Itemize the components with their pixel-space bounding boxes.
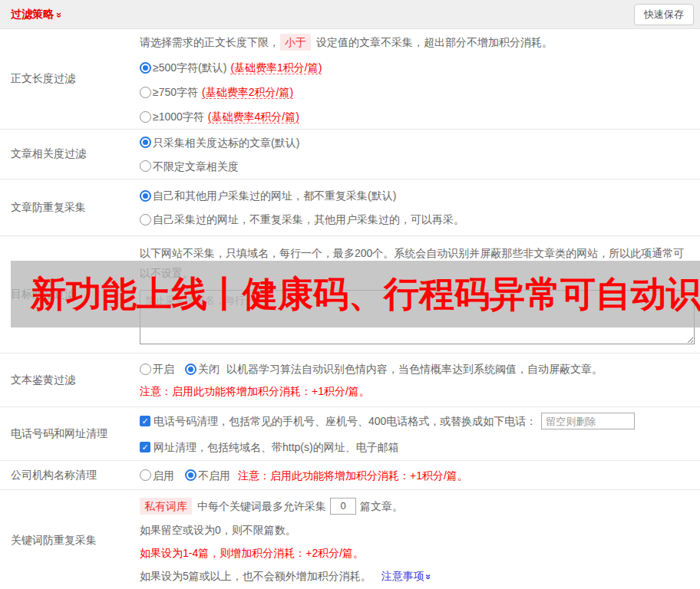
checkmark-icon: ✓ [141, 416, 148, 426]
row-company-clean: 公司机构名称清理 启用 不启用 注意：启用此功能将增加积分消耗：+1积分/篇。 [0, 461, 700, 490]
company-clean-options: 启用 不启用 注意：启用此功能将增加积分消耗：+1积分/篇。 [140, 468, 694, 483]
notice-link[interactable]: 注意事项 » [381, 568, 430, 584]
row-label: 文章防重复采集 [0, 179, 140, 235]
row-label: 公司机构名称清理 [0, 461, 140, 489]
url-clean-option: ✓ 网址清理，包括纯域名、带http(s)的网址、电子邮箱 [140, 439, 694, 455]
row-label: 电话号码和网址清理 [0, 407, 140, 460]
keyword-max-count-input[interactable] [330, 498, 356, 515]
radio-1000-chars[interactable] [140, 111, 151, 123]
checkmark-icon: ✓ [141, 443, 148, 452]
length-option-1000: ≥1000字符 (基础费率4积分/篇) [140, 109, 694, 124]
radio-dedup-self[interactable] [140, 214, 151, 225]
checkbox-phone-clean[interactable]: ✓ [140, 416, 150, 426]
porn-filter-options: 开启 关闭 以机器学习算法自动识别色情内容，当色情概率达到系统阈值，自动屏蔽文章… [140, 361, 694, 377]
length-option-500: ≥500字符(默认) (基础费率1积分/篇) [140, 60, 694, 75]
dedup-option-self: 自己采集过的网址，不重复采集，其他用户采集过的，可以再采。 [140, 212, 694, 227]
row-label: 文章相关度过滤 [0, 130, 140, 179]
row-keyword-dedup: 关键词防重复采集 私有词库 中每个关键词最多允许采集 篇文章。 如果留空或设为0… [0, 490, 700, 589]
replacement-phone-input[interactable] [541, 413, 635, 429]
radio-750-chars[interactable] [140, 87, 151, 98]
radio-relevance-strict[interactable] [140, 137, 151, 148]
row-label: 正文长度过滤 [0, 29, 140, 129]
row-dedup-collection: 文章防重复采集 自己和其他用户采集过的网址，都不重复采集(默认) 自己采集过的网… [0, 179, 700, 236]
promo-banner-text: 新功能上线丨健康码、行程码异常可自动识 [11, 271, 700, 318]
phone-clean-option: ✓ 电话号码清理，包括常见的手机号、座机号、400电话格式，或替换成如下电话： [140, 413, 694, 429]
dedup-option-global: 自己和其他用户采集过的网址，都不重复采集(默认) [140, 188, 694, 203]
radio-relevance-any[interactable] [140, 160, 151, 172]
radio-porn-on[interactable] [140, 364, 151, 375]
private-lexicon-link[interactable]: 私有词库 [140, 498, 192, 515]
company-clean-note: 注意：启用此功能将增加积分消耗：+1积分/篇。 [238, 468, 468, 483]
relevance-option-strict: 只采集相关度达标的文章(默认) [140, 135, 694, 150]
radio-company-on[interactable] [140, 469, 151, 481]
radio-porn-off[interactable] [185, 364, 196, 375]
fee-note: (基础费率4积分/篇) [208, 109, 299, 124]
row-label: 关键词防重复采集 [0, 490, 140, 589]
keyword-note-zero: 如果留空或设为0，则不限篇数。 [140, 522, 694, 538]
body-length-intro: 请选择需求的正文长度下限， 小于 设定值的文章不采集，超出部分不增加积分消耗。 [140, 34, 694, 51]
section-title-label: 过滤策略 [11, 8, 54, 21]
chevrons-down-icon: » [54, 12, 65, 16]
keyword-note-5plus: 如果设为5篇或以上，也不会额外增加积分消耗。 注意事项 » [140, 568, 694, 584]
row-relevance-filter: 文章相关度过滤 只采集相关度达标的文章(默认) 不限定文章相关度 [0, 130, 700, 179]
relevance-option-any: 不限定文章相关度 [140, 159, 694, 174]
promo-banner[interactable]: 新功能上线丨健康码、行程码异常可自动识 [11, 261, 700, 327]
keyword-note-1-4: 如果设为1-4篇，则增加积分消耗：+2积分/篇。 [140, 545, 694, 561]
porn-filter-note: 注意：启用此功能将增加积分消耗：+1积分/篇。 [140, 383, 694, 399]
radio-dedup-global[interactable] [140, 190, 151, 202]
section-title-filter-strategy[interactable]: 过滤策略 » [11, 8, 61, 21]
filter-strategy-page: 过滤策略 » 快速保存 正文长度过滤 请选择需求的正文长度下限， 小于 设定值的… [0, 0, 700, 589]
quick-save-button[interactable]: 快速保存 [634, 4, 694, 25]
radio-500-chars[interactable] [140, 62, 151, 74]
radio-company-off[interactable] [185, 469, 196, 481]
row-body-length-filter: 正文长度过滤 请选择需求的正文长度下限， 小于 设定值的文章不采集，超出部分不增… [0, 29, 700, 130]
less-than-tag: 小于 [280, 34, 311, 51]
header-bar: 过滤策略 » 快速保存 [0, 0, 700, 29]
porn-filter-desc: 以机器学习算法自动识别色情内容，当色情概率达到系统阈值，自动屏蔽文章。 [226, 361, 603, 377]
fee-note: (基础费率1积分/篇) [230, 60, 322, 75]
row-porn-filter: 文本鉴黄过滤 开启 关闭 以机器学习算法自动识别色情内容，当色情概率达到系统阈值… [0, 354, 700, 407]
row-phone-url-clean: 电话号码和网址清理 ✓ 电话号码清理，包括常见的手机号、座机号、400电话格式，… [0, 407, 700, 461]
checkbox-url-clean[interactable]: ✓ [140, 442, 150, 452]
length-option-750: ≥750字符 (基础费率2积分/篇) [140, 84, 694, 100]
keyword-limit-line: 私有词库 中每个关键词最多允许采集 篇文章。 [140, 498, 694, 515]
chevrons-down-icon: » [420, 574, 435, 577]
row-label: 文本鉴黄过滤 [0, 354, 140, 406]
fee-note: (基础费率2积分/篇) [202, 84, 293, 100]
